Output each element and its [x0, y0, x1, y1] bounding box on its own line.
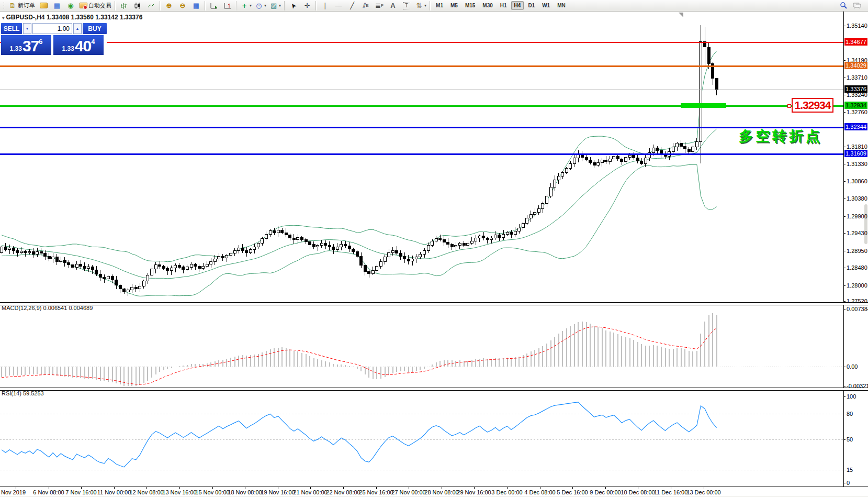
line-chart-button[interactable] [144, 0, 158, 12]
rsi-pane[interactable] [0, 390, 843, 487]
time-axis-label: 29 Nov 16:00 [457, 489, 491, 495]
chevron-down-icon: ▾ [424, 3, 426, 8]
callout-anchor-point[interactable] [787, 104, 791, 108]
ask-price-button[interactable]: 1.33404 [53, 35, 104, 55]
time-axis-label: 15 Nov 00:00 [195, 489, 229, 495]
price-tick-label: 1.30380 [847, 195, 867, 202]
macd-pane[interactable] [0, 304, 843, 388]
trendline-button[interactable]: ╱ [345, 0, 359, 12]
toolbar: 🗎 新订单 ▤ ◉ 自动交易 [0, 0, 868, 12]
horizontal-line-icon: — [334, 2, 343, 10]
time-axis-label: 10 Dec 08:00 [621, 489, 655, 495]
buy-button[interactable]: BUY [83, 23, 107, 34]
crosshair-icon: ✛ [303, 2, 311, 10]
toolbar-separator [430, 1, 431, 10]
price-callout-label[interactable]: 1.32934 [792, 98, 833, 113]
rsi-label: RSI(14) 59.5253 [2, 390, 44, 396]
trendline-icon: ╱ [348, 2, 356, 10]
toolbar-separator [205, 1, 206, 10]
new-order-button[interactable]: 🗎 新订单 [7, 0, 37, 12]
horizontal-line-button[interactable]: — [332, 0, 345, 12]
zoom-in-button[interactable]: ⊕ [162, 0, 176, 12]
volume-increase-button[interactable]: ▲ [73, 23, 82, 34]
cursor-icon: ➤ [288, 0, 299, 12]
cursor-button[interactable]: ➤ [287, 0, 300, 12]
price-tick-label: 1.32760 [847, 109, 867, 115]
sell-button[interactable]: SELL [1, 23, 22, 34]
chart-shift-marker [679, 13, 683, 17]
zoom-out-button[interactable]: ⊖ [176, 0, 189, 12]
horizontal-line-object[interactable] [0, 65, 843, 67]
horizontal-line-object[interactable] [0, 42, 843, 43]
text-button[interactable]: A [386, 0, 400, 12]
arrows-button[interactable]: ⇅ ▾ [413, 0, 428, 12]
price-tick-label: 1.31810 [847, 143, 867, 150]
horizontal-line-object[interactable] [0, 153, 843, 155]
bollinger-upper-band [2, 51, 717, 262]
text-label-button[interactable]: T [400, 0, 413, 12]
chart-shift-button[interactable] [221, 0, 234, 12]
one-click-trading-panel: SELL ▼ ▲ BUY 1.33376 1.33404 [1, 23, 107, 55]
timeframe-mn[interactable]: MN [554, 1, 569, 10]
indicators-button[interactable]: ＋ ▾ [239, 0, 253, 12]
price-chart-pane[interactable] [0, 12, 843, 302]
metaeditor-button[interactable] [37, 0, 50, 12]
zoom-out-icon: ⊖ [178, 2, 187, 10]
search-button[interactable] [837, 0, 850, 12]
terminal-button[interactable]: ▤ [50, 0, 64, 12]
tile-windows-button[interactable]: ▦ [189, 0, 203, 12]
time-axis-label: 12 Nov 08:00 [129, 489, 163, 495]
right-scrollbar-thumb[interactable] [864, 204, 867, 244]
toolbar-separator [284, 1, 285, 10]
toolbar-grip[interactable] [3, 2, 5, 10]
volume-input[interactable] [32, 23, 72, 34]
time-axis[interactable]: Nov 20196 Nov 08:007 Nov 16:0011 Nov 00:… [0, 487, 868, 496]
timeframe-m30[interactable]: M30 [479, 1, 495, 10]
time-axis-label: 9 Dec 00:00 [590, 489, 621, 495]
signal-button[interactable]: ◉ [64, 0, 77, 12]
time-axis-label: 22 Nov 08:00 [326, 489, 360, 495]
horizontal-line-object[interactable] [0, 127, 843, 128]
chat-icon [853, 2, 861, 9]
price-tick-label: 1.31330 [847, 161, 867, 167]
metaeditor-gold-icon [40, 3, 48, 8]
timeframe-h1[interactable]: H1 [497, 1, 510, 10]
ask-price-point: 4 [91, 34, 95, 50]
timeframe-m5[interactable]: M5 [447, 1, 461, 10]
bid-price-button[interactable]: 1.33376 [1, 35, 51, 55]
time-axis-label: 13 Dec 00:00 [686, 489, 720, 495]
time-axis-label: 6 Nov 08:00 [33, 489, 64, 495]
bar-chart-button[interactable] [117, 0, 131, 12]
toolbar-separator [115, 1, 116, 10]
template-button[interactable]: ▨ ▾ [268, 0, 283, 12]
fibonacci-button[interactable]: ≣F [373, 0, 386, 12]
timeframe-w1[interactable]: W1 [539, 1, 553, 10]
timeframe-m1[interactable]: M1 [433, 1, 446, 10]
pane-separator[interactable] [0, 388, 868, 391]
autotrading-button[interactable]: 自动交易 [77, 0, 113, 12]
search-icon [840, 2, 848, 9]
rsi-axis-label: 80 [847, 411, 853, 417]
periods-button[interactable]: ◷ ▾ [253, 0, 268, 12]
pane-separator[interactable] [0, 302, 868, 305]
timeframe-d1[interactable]: D1 [525, 1, 538, 10]
channel-button[interactable]: ⫽E [359, 0, 373, 12]
current-price-line [0, 90, 843, 90]
autotrading-label: 自动交易 [88, 2, 111, 9]
turning-point-text[interactable]: 多空转折点 [739, 127, 822, 146]
rsi-axis-label: 100 [847, 393, 856, 400]
crosshair-button[interactable]: ✛ [300, 0, 314, 12]
terminal-icon: ▤ [53, 2, 61, 10]
chart-icon: ▾ [2, 15, 5, 20]
candlestick-button[interactable] [131, 0, 144, 12]
chat-button[interactable] [850, 0, 864, 12]
auto-scroll-button[interactable] [207, 0, 221, 12]
macd-axis-label: 0.00 [847, 363, 858, 370]
volume-decrease-button[interactable]: ▼ [23, 23, 31, 34]
vertical-line-button[interactable]: ｜ [318, 0, 332, 12]
price-tick-label: 1.30860 [847, 178, 867, 184]
support-zone-rectangle[interactable] [681, 103, 726, 108]
hline-price-label: 1.32934 [844, 102, 867, 109]
timeframe-h4[interactable]: H4 [511, 1, 524, 10]
timeframe-m15[interactable]: M15 [462, 1, 478, 10]
